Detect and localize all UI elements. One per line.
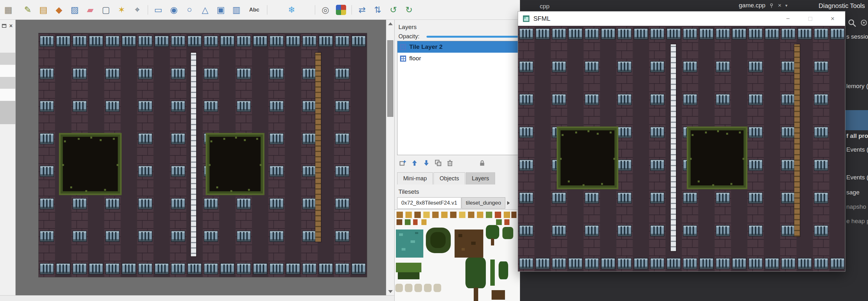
rotate-left-icon[interactable]: ↺	[387, 3, 400, 16]
scroll-down-button[interactable]	[386, 288, 394, 295]
tileset-sprite[interactable]	[430, 232, 446, 248]
tileset-sprite[interactable]	[432, 212, 439, 218]
tileset-sprite[interactable]	[465, 258, 486, 288]
tileset-sprite[interactable]	[396, 263, 422, 272]
opacity-slider[interactable]	[427, 36, 520, 38]
tileset-sprite[interactable]	[486, 212, 492, 218]
tileset-sprite[interactable]	[414, 212, 421, 218]
tab-layers[interactable]: Layers	[466, 172, 495, 184]
tileset-sprite[interactable]	[462, 248, 465, 250]
lower-layer-icon[interactable]	[423, 159, 430, 167]
map-editor-view[interactable]	[16, 20, 386, 295]
tileset-tab[interactable]: tileset_dungeo	[462, 197, 505, 209]
gear-icon[interactable]	[859, 18, 868, 27]
tileset-sprite[interactable]	[512, 212, 517, 218]
tileset-sprite[interactable]	[415, 232, 418, 234]
template-object-icon[interactable]: ▥	[230, 3, 243, 16]
tileset-sprite[interactable]	[499, 262, 508, 279]
tileset-sprite[interactable]	[474, 288, 478, 301]
tileset-sprite[interactable]	[397, 219, 402, 225]
map-editor-canvas[interactable]	[39, 33, 367, 277]
tileset-sprite[interactable]	[450, 212, 457, 218]
tileset-sprite[interactable]	[492, 290, 505, 300]
sfml-titlebar[interactable]: SFML − □ ×	[518, 11, 845, 26]
tool-dock-icon[interactable]: ▦	[2, 3, 15, 16]
vs-tab-close-icon[interactable]: ×	[778, 2, 781, 9]
tileset-sprite[interactable]	[423, 212, 430, 218]
left-dock-row[interactable]	[0, 89, 15, 101]
tileset-sprite[interactable]	[413, 219, 417, 225]
bucket-fill-icon[interactable]: ◆	[53, 3, 65, 16]
rect-select-icon[interactable]: ▢	[99, 3, 112, 16]
globe-icon[interactable]: ◎	[319, 3, 332, 16]
tileset-sprite[interactable]	[502, 227, 513, 239]
tab-objects[interactable]: Objects	[434, 172, 465, 184]
tileset-sprite[interactable]	[405, 219, 410, 225]
layer-row[interactable]: floor	[398, 53, 520, 64]
text-object-icon[interactable]: Abc	[246, 3, 263, 16]
left-dock-row[interactable]	[0, 101, 15, 124]
tileset-sprite[interactable]	[405, 284, 412, 292]
duplicate-layer-icon[interactable]	[434, 159, 442, 167]
polygon-object-icon[interactable]: △	[199, 3, 212, 16]
tile-object-icon[interactable]: ▣	[214, 3, 227, 16]
tileset-sprite[interactable]	[422, 219, 427, 225]
tileset-sprite[interactable]	[399, 233, 403, 236]
tileset-sprite[interactable]	[504, 212, 510, 218]
vs-tab-game-cpp[interactable]: game.cpp × ▾	[739, 2, 787, 9]
maximize-button[interactable]: □	[799, 11, 822, 26]
left-dock-row[interactable]	[0, 53, 15, 65]
snowflake-icon[interactable]: ❄	[285, 3, 298, 16]
tileset-preview[interactable]	[395, 209, 520, 301]
minimize-button[interactable]: −	[777, 11, 799, 26]
tileset-tab[interactable]: 0x72_8x8TilesetF24.v1	[397, 197, 461, 209]
tileset-sprite[interactable]	[459, 212, 465, 218]
tileset-scroll-icon[interactable]	[506, 197, 512, 209]
scroll-up-button[interactable]	[386, 20, 394, 27]
tileset-sprite[interactable]	[395, 284, 403, 292]
pin-icon[interactable]	[769, 3, 774, 8]
tileset-sprite[interactable]	[441, 212, 447, 218]
chevron-down-icon[interactable]: ▾	[785, 3, 787, 8]
lock-icon[interactable]	[478, 159, 486, 167]
tileset-sprite[interactable]	[398, 272, 420, 279]
tileset-sprite[interactable]	[491, 238, 494, 245]
image-colors-icon[interactable]	[336, 5, 346, 15]
tileset-sprite[interactable]	[495, 212, 501, 218]
eraser-icon[interactable]: ▰	[84, 3, 97, 16]
same-tile-select-icon[interactable]: ⌖	[131, 3, 144, 16]
tileset-sprite[interactable]	[486, 225, 499, 239]
tileset-sprite[interactable]	[458, 234, 462, 237]
tileset-sprite[interactable]	[504, 219, 509, 225]
vertical-scrollbar[interactable]	[386, 20, 394, 295]
tileset-sprite[interactable]	[468, 212, 474, 218]
flip-vertical-icon[interactable]: ⇅	[371, 3, 384, 16]
rotate-right-icon[interactable]: ↻	[403, 3, 415, 16]
remove-layer-icon[interactable]	[446, 159, 454, 167]
tileset-sprite[interactable]	[397, 212, 403, 218]
close-button[interactable]: ×	[822, 11, 844, 26]
tileset-sprite[interactable]	[471, 242, 476, 245]
tileset-sprite[interactable]	[477, 212, 483, 218]
magic-wand-icon[interactable]: ✶	[115, 3, 128, 16]
tileset-sprite[interactable]	[405, 212, 412, 218]
tab-mini-map[interactable]: Mini-map	[397, 172, 433, 184]
tileset-sprite[interactable]	[496, 219, 502, 225]
point-object-icon[interactable]: ◉	[167, 3, 180, 16]
tileset-sprite[interactable]	[490, 260, 495, 286]
new-layer-icon[interactable]	[399, 159, 406, 167]
flip-horizontal-icon[interactable]: ⇄	[356, 3, 368, 16]
tileset-sprite[interactable]	[424, 284, 432, 292]
tileset-sprite[interactable]	[410, 240, 415, 243]
shape-fill-icon[interactable]: ▨	[68, 3, 81, 16]
tileset-sprite[interactable]	[434, 284, 441, 292]
stamp-brush-icon[interactable]: ✎	[21, 3, 34, 16]
rect-object-icon[interactable]: ▭	[152, 3, 165, 16]
tileset-sprite[interactable]	[414, 284, 422, 292]
ellipse-object-icon[interactable]: ○	[183, 3, 196, 16]
terrain-brush-icon[interactable]: ▤	[37, 3, 50, 16]
left-dock-row[interactable]	[0, 77, 15, 89]
vs-tab-cpp-fragment[interactable]: cpp	[540, 3, 550, 10]
raise-layer-icon[interactable]	[411, 159, 418, 167]
left-dock-row[interactable]	[0, 65, 15, 77]
